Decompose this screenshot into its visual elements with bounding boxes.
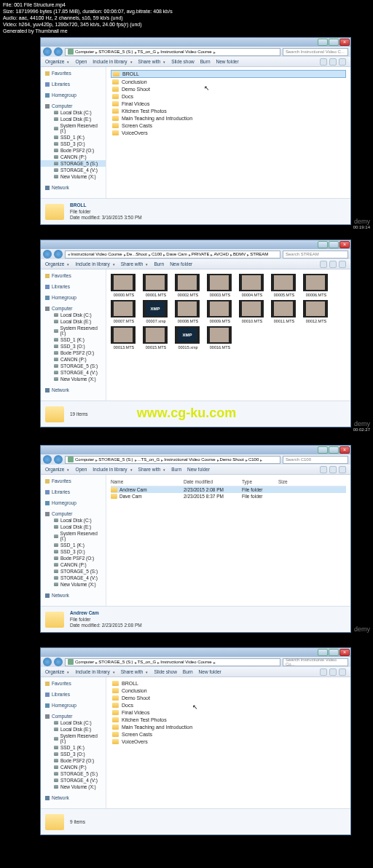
sidebar-favorites[interactable]: Favorites <box>41 478 106 484</box>
folder-item[interactable]: BROLL <box>111 70 346 78</box>
sidebar-drive[interactable]: STORAGE_4 (V:) <box>41 167 106 173</box>
video-thumbnail[interactable]: 00004.MTS <box>239 274 265 297</box>
forward-button[interactable] <box>54 47 63 56</box>
newfolder-button[interactable]: New folder <box>199 669 221 674</box>
view-icon[interactable] <box>320 261 327 268</box>
sidebar-drive[interactable]: Local Disk (E:) <box>41 116 106 122</box>
burn-button[interactable]: Burn <box>154 261 164 267</box>
sidebar-computer[interactable]: Computer <box>41 510 106 517</box>
minimize-button[interactable] <box>318 241 328 248</box>
sidebar-drive[interactable]: Bode PSF2 (O:) <box>41 350 106 356</box>
sidebar-drive[interactable]: STORAGE_5 (S:) <box>41 363 106 369</box>
video-thumbnail[interactable]: 00012.MTS <box>303 300 329 323</box>
forward-button[interactable] <box>54 658 63 666</box>
preview-icon[interactable] <box>329 261 337 268</box>
video-thumbnail[interactable]: 00001.MTS <box>143 274 169 297</box>
sidebar-homegroup[interactable]: Homegroup <box>41 92 106 98</box>
close-button[interactable]: × <box>339 649 350 656</box>
sidebar-drive[interactable]: Local Disk (C:) <box>41 109 106 116</box>
help-icon[interactable] <box>339 58 346 66</box>
sidebar-drive[interactable]: STORAGE_5 (S:) <box>41 160 106 167</box>
sidebar-drive[interactable]: New Volume (X:) <box>41 173 106 180</box>
view-icon[interactable] <box>320 466 327 473</box>
organize-menu[interactable]: Organize <box>45 669 69 674</box>
include-menu[interactable]: Include in library <box>93 467 132 472</box>
sidebar-drive[interactable]: STORAGE_4 (V:) <box>41 575 106 581</box>
sidebar-drive[interactable]: System Reserved (I:) <box>41 122 106 134</box>
sidebar-favorites[interactable]: Favorites <box>41 272 106 279</box>
sidebar-homegroup[interactable]: Homegroup <box>41 500 106 506</box>
newfolder-button[interactable]: New folder <box>170 261 192 267</box>
back-button[interactable] <box>43 455 52 464</box>
folder-item[interactable]: Conclusion <box>111 687 346 694</box>
sidebar-drive[interactable]: CANON (P:) <box>41 154 106 160</box>
video-thumbnail[interactable]: 00008.MTS <box>175 300 201 323</box>
include-menu[interactable]: Include in library <box>75 261 114 267</box>
back-button[interactable] <box>43 250 52 259</box>
breadcrumb[interactable]: Computer▸ STORAGE_5 (S:)▸ TS_on_G▸ Instr… <box>65 48 280 56</box>
sidebar-drive[interactable]: System Reserved (I:) <box>41 733 106 744</box>
sidebar-drive[interactable]: STORAGE_4 (V:) <box>41 777 106 784</box>
video-thumbnail[interactable]: 00009.MTS <box>207 300 233 323</box>
folder-item[interactable]: Docs <box>111 93 346 100</box>
breadcrumb[interactable]: Computer▸ STORAGE_5 (S:)▸ ...TS_on_G▸ In… <box>65 456 280 464</box>
sidebar-drive[interactable]: CANON (P:) <box>41 764 106 770</box>
sidebar-drive[interactable]: Bode PSF2 (O:) <box>41 147 106 154</box>
sidebar-drive[interactable]: SSD_3 (O:) <box>41 548 106 555</box>
breadcrumb[interactable]: « Instructional Video Course▸ De...Shoot… <box>65 250 280 259</box>
video-thumbnail[interactable]: 00007.MTS <box>111 300 137 323</box>
burn-button[interactable]: Burn <box>200 59 211 64</box>
sidebar-drive[interactable]: Bode PSF2 (O:) <box>41 555 106 561</box>
minimize-button[interactable] <box>318 39 328 46</box>
video-thumbnail[interactable]: 00003.MTS <box>207 274 233 297</box>
folder-item[interactable]: VoiceOvers <box>111 738 346 745</box>
open-button[interactable]: Open <box>75 467 87 472</box>
folder-item[interactable]: Final Videos <box>111 709 346 716</box>
folder-item[interactable]: Screen Casts <box>111 122 346 129</box>
video-thumbnail[interactable]: 00002.MTS <box>175 274 201 297</box>
maximize-button[interactable] <box>329 241 339 248</box>
sidebar-drive[interactable]: Local Disk (E:) <box>41 318 106 325</box>
sidebar-libraries[interactable]: Libraries <box>41 489 106 495</box>
video-thumbnail[interactable]: XMP00007.xmp <box>143 300 169 323</box>
folder-item[interactable]: Docs <box>111 702 346 709</box>
folder-item[interactable]: Final Videos <box>111 100 346 107</box>
folder-item[interactable]: Main Teaching and Introduction <box>111 115 346 122</box>
sidebar-drive[interactable]: Bode PSF2 (O:) <box>41 757 106 764</box>
slideshow-button[interactable]: Slide show <box>154 669 176 674</box>
view-icon[interactable] <box>320 668 327 676</box>
sidebar-network[interactable]: Network <box>41 794 106 801</box>
view-icon[interactable] <box>320 58 327 66</box>
sidebar-favorites[interactable]: Favorites <box>41 70 106 76</box>
sidebar-drive[interactable]: New Volume (X:) <box>41 581 106 588</box>
newfolder-button[interactable]: New folder <box>216 59 239 64</box>
search-input[interactable]: Search Instructional Video Co... <box>283 658 348 666</box>
sidebar-drive[interactable]: SSD_3 (O:) <box>41 751 106 757</box>
sidebar-drive[interactable]: STORAGE_5 (S:) <box>41 568 106 575</box>
sidebar-drive[interactable]: SSD_1 (K:) <box>41 542 106 548</box>
video-thumbnail[interactable]: 00010.MTS <box>239 300 265 323</box>
maximize-button[interactable] <box>329 649 339 656</box>
close-button[interactable]: × <box>339 39 350 46</box>
sidebar-homegroup[interactable]: Homegroup <box>41 294 106 301</box>
forward-button[interactable] <box>54 250 63 259</box>
preview-icon[interactable] <box>329 58 337 66</box>
include-menu[interactable]: Include in library <box>93 59 132 64</box>
sidebar-drive[interactable]: Local Disk (E:) <box>41 726 106 733</box>
maximize-button[interactable] <box>329 446 339 454</box>
breadcrumb[interactable]: Computer▸ STORAGE_5 (S:)▸ TS_on_G▸ Instr… <box>65 658 280 666</box>
video-thumbnail[interactable]: 00006.MTS <box>303 274 329 297</box>
sidebar-drive[interactable]: SSD_1 (K:) <box>41 134 106 141</box>
burn-button[interactable]: Burn <box>183 669 193 674</box>
sidebar-libraries[interactable]: Libraries <box>41 691 106 698</box>
help-icon[interactable] <box>339 261 346 268</box>
sidebar-drive[interactable]: SSD_1 (K:) <box>41 744 106 751</box>
organize-menu[interactable]: Organize <box>45 59 69 64</box>
sidebar-network[interactable]: Network <box>41 387 106 393</box>
sidebar-drive[interactable]: Local Disk (C:) <box>41 517 106 524</box>
list-row[interactable]: Andrew Cam 2/23/2015 2:08 PM File folder <box>111 486 346 493</box>
back-button[interactable] <box>43 47 52 56</box>
video-thumbnail[interactable]: 00015.MTS <box>143 326 169 350</box>
search-input[interactable]: Search C100 <box>283 456 348 464</box>
help-icon[interactable] <box>339 668 346 676</box>
